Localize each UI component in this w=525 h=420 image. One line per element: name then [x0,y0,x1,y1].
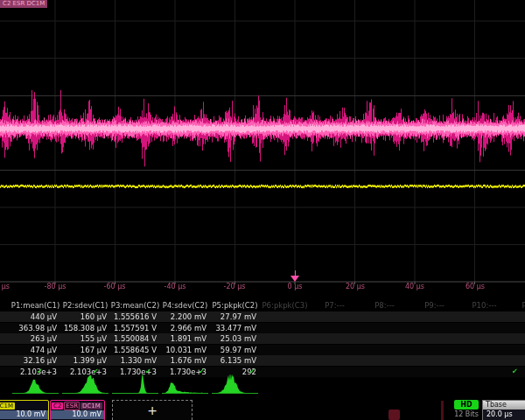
hd-bits-label: 12 Bits [452,410,480,418]
measure-cell: 1.555616 V [110,312,157,322]
measure-cell: 2.200 mV [160,312,206,322]
channel-c2-descriptor[interactable]: C2 ESR DC1M 10.0 mV [50,400,105,420]
hd-mode-badge[interactable]: HD [454,400,479,410]
param-header-p2[interactable]: P2:sdev(C1) [60,301,110,311]
oscilloscope-screen: C2 ESR DC1M -100 µs-80 µs-60 µs-40 µs-20… [0,0,525,420]
param-header-p7[interactable]: P7:--- [310,301,360,311]
param-header-p10[interactable]: P10:--- [459,301,509,311]
c2-esr-badge: ESR [64,402,80,410]
c2-label-badge: C2 [52,402,63,410]
measure-cell: 6.135 mV [210,355,256,366]
histicon-strip[interactable] [0,374,525,397]
param-header-p1[interactable]: P1:mean(C1) [10,301,60,311]
c1-coupling-badge: DC1M [0,402,15,410]
measure-cell: 155 µV [60,333,107,344]
measure-cell: 474 µV [10,345,57,355]
measure-cell: 1.330 mV [110,355,157,366]
param-header-p6[interactable]: P6:pkpk(C3) [260,301,310,311]
time-axis-label: 0 µs [288,283,303,290]
time-axis-label: -60 µs [104,283,126,290]
measure-cell: 263 µV [10,333,57,344]
measure-cell: 59.97 mV [210,345,256,355]
time-axis-label: 40 µs [405,283,424,290]
param-header-p11[interactable]: P11:--- [509,301,525,311]
param-header-p5[interactable]: P5:pkpk(C2) [210,301,260,311]
time-axis-label: -20 µs [224,283,246,290]
measure-cell: 363.98 µV [10,323,57,333]
measure-cell: 160 µV [60,312,107,322]
waveform-grid-area: C2 ESR DC1M -100 µs-80 µs-60 µs-40 µs-20… [0,0,525,293]
param-header-p8[interactable]: P8:--- [360,301,410,311]
param-header-p4[interactable]: P4:sdev(C2) [160,301,210,311]
measure-cell: 1.557591 V [110,323,157,333]
measure-cell: 27.97 mV [210,312,256,322]
param-header-p9[interactable]: P9:--- [410,301,459,311]
measure-cell: 158.308 µV [60,323,107,333]
measure-cell: 1.399 µV [60,355,107,366]
measure-cell: 32.16 µV [10,355,57,366]
time-axis-label: -40 µs [164,283,186,290]
trace-annotation: C2 ESR DC1M [0,0,47,8]
param-header-p3[interactable]: P3:mean(C2) [110,301,160,311]
time-axis-label: 20 µs [346,283,365,290]
time-axis-label: -80 µs [45,283,66,290]
waveform-traces-canvas[interactable] [0,0,525,293]
measure-cell: 10.031 mV [160,345,206,355]
measure-table: P1:mean(C1)P2:sdev(C1)P3:mean(C2)P4:sdev… [0,299,525,378]
plus-icon: + [147,403,158,417]
c2-volts-per-div: 10.0 mV [51,410,104,419]
c2-coupling-badge: DC1M [80,402,102,410]
channel-c1-descriptor[interactable]: C1 DC1M 10.0 mV [0,400,49,420]
timebase-value: 20.0 µs [483,410,525,419]
time-axis-label: 60 µs [466,283,485,290]
measure-cell: 25.03 mV [210,333,256,344]
timebase-descriptor[interactable]: Tbase 20.0 µs [482,400,525,420]
measure-cell: 167 µV [60,345,107,355]
clipped-badge [388,410,400,420]
c1-volts-per-div: 10.0 mV [0,410,48,419]
bottom-toolbar: C1 DC1M 10.0 mV C2 ESR DC1M 10.0 mV + HD… [0,399,525,420]
time-axis-label: -100 µs [0,283,10,290]
clipped-divider [441,401,444,420]
measure-cell: 1.550084 V [110,333,157,344]
trigger-position-marker[interactable] [290,276,299,282]
add-trace-dropzone[interactable]: + [112,400,192,420]
measure-cell: 33.477 mV [210,323,256,333]
measure-cell: 440 µV [10,312,57,322]
timebase-title: Tbase [483,401,525,410]
measure-cell: 1.676 mV [160,355,206,366]
measure-cell: 1.891 mV [160,333,206,344]
measure-cell: 2.966 mV [160,323,206,333]
measure-cell: 1.558645 V [110,345,157,355]
